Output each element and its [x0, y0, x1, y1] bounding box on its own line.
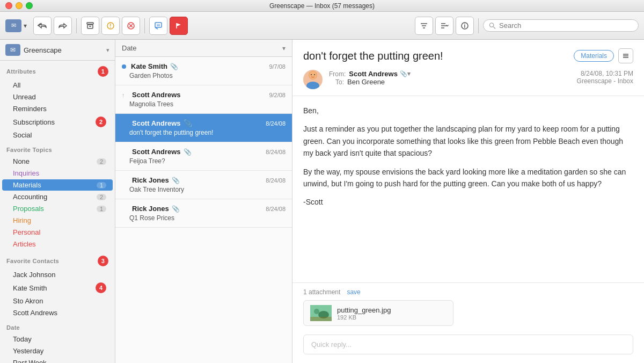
email-body: Ben, Just a reminder as you put together… [292, 96, 644, 282]
flagged-button[interactable] [170, 17, 188, 35]
sidebar-item-all-label: All [13, 81, 20, 89]
message-subject-4: Feijoa Tree? [122, 157, 286, 165]
sidebar-item-scott-andrews[interactable]: Scott Andrews [2, 307, 113, 318]
archive-icon [86, 21, 94, 30]
message-subject-5: Oak Tree Inventory [122, 186, 286, 193]
close-button[interactable] [5, 2, 12, 9]
date-label: Date [6, 324, 20, 331]
badge-container-4: 4 [96, 282, 106, 293]
reply-all-button[interactable] [33, 17, 52, 35]
sidebar-item-sto-akron[interactable]: Sto Akron [2, 295, 113, 307]
search-container [483, 19, 639, 32]
attachment-save-button[interactable]: save [347, 288, 360, 296]
svg-text:i: i [464, 23, 466, 29]
message-date-3: 8/24/08 [266, 120, 286, 127]
sidebar-item-none[interactable]: None 2 [2, 156, 113, 167]
message-item-2[interactable]: ↑ Scott Andrews 9/2/08 Magnolia Trees [115, 85, 292, 114]
delete-button[interactable] [122, 17, 140, 35]
badge-4: 4 [96, 282, 106, 293]
email-from-name: Scott Andrews 📎▾ [349, 70, 411, 78]
message-item-6-top: Rick Jones 📎 8/24/08 [122, 205, 286, 213]
app-container: ✉ ▾ ! [0, 12, 644, 363]
toolbar-separator-1 [76, 18, 77, 33]
sidebar-item-unread-label: Unread [13, 93, 36, 101]
sidebar-item-unread[interactable]: Unread [2, 91, 113, 103]
sidebar-item-subscriptions[interactable]: Subscriptions 2 [2, 115, 113, 129]
minimize-button[interactable] [16, 2, 23, 9]
svg-point-28 [311, 74, 312, 75]
account-selector-row[interactable]: ✉ Greenscape ▾ [0, 40, 115, 61]
email-to-label: To: [329, 78, 344, 86]
sidebar-item-personal[interactable]: Personal [2, 227, 113, 238]
sidebar-item-materials-label: Materials [13, 181, 41, 189]
account-icon: ✉ [5, 19, 21, 32]
paperclip-from-icon: 📎▾ [400, 70, 411, 77]
window-controls[interactable] [5, 2, 33, 9]
message-item-1-top: Kate Smith 📎 9/7/08 [122, 62, 286, 70]
sort-button[interactable] [435, 17, 453, 35]
attachment-item[interactable]: putting_green.jpg 192 KB [303, 300, 453, 326]
archive-button[interactable] [81, 17, 99, 35]
toolbar: ✉ ▾ ! [0, 12, 644, 40]
email-menu-button[interactable] [618, 48, 633, 63]
avatar-svg [305, 70, 321, 89]
info-button[interactable]: i [456, 17, 474, 35]
forward-button[interactable] [54, 17, 72, 35]
message-date-5: 8/24/08 [266, 177, 286, 184]
sidebar-item-yesterday[interactable]: Yesterday [2, 345, 113, 357]
message-sender-2: ↑ Scott Andrews [122, 91, 181, 99]
sidebar-item-hiring[interactable]: Hiring [2, 215, 113, 226]
email-to: To: Ben Greene [329, 78, 570, 86]
sidebar-item-all[interactable]: All [2, 79, 113, 91]
sidebar-item-accounting-label: Accounting [13, 193, 47, 201]
sidebar-item-articles-label: Articles [13, 240, 36, 248]
account-selector[interactable]: ✉ ▾ [5, 19, 27, 32]
message-item-5[interactable]: Rick Jones 📎 8/24/08 Oak Tree Inventory [115, 171, 292, 199]
toolbar-separator-3 [478, 18, 479, 33]
paperclip-icon-1: 📎 [170, 63, 178, 70]
search-input[interactable] [499, 21, 633, 30]
sidebar-item-yesterday-label: Yesterday [13, 347, 43, 355]
account-icon: ✉ [5, 44, 20, 56]
flag-button[interactable]: ! [101, 17, 120, 35]
sort-arrow-icon: ▾ [282, 45, 286, 52]
message-item-5-top: Rick Jones 📎 8/24/08 [122, 176, 286, 184]
sidebar-item-reminders[interactable]: Reminders [2, 103, 113, 114]
sidebar-item-jack-johnson[interactable]: Jack Johnson [2, 269, 113, 280]
sidebar-item-kate-smith[interactable]: Kate Smith 4 [2, 281, 113, 295]
message-item-6[interactable]: Rick Jones 📎 8/24/08 Q1 Rose Prices [115, 199, 292, 228]
sidebar-item-subscriptions-label: Subscriptions [13, 118, 55, 126]
message-subject-6: Q1 Rose Prices [122, 214, 286, 222]
sidebar-item-today[interactable]: Today [2, 333, 113, 345]
message-item-1[interactable]: Kate Smith 📎 9/7/08 Garden Photos [115, 57, 292, 85]
sort-label: Date [122, 44, 136, 52]
badge-container-3: 3 [98, 256, 108, 266]
message-item-4[interactable]: Scott Andrews 📎 8/24/08 Feijoa Tree? [115, 142, 292, 171]
paperclip-icon-6: 📎 [172, 205, 180, 213]
maximize-button[interactable] [26, 2, 33, 9]
sidebar-item-past-week[interactable]: Past Week [2, 357, 113, 363]
account-dropdown-icon: ▾ [106, 47, 109, 54]
message-item-2-top: ↑ Scott Andrews 9/2/08 [122, 91, 286, 99]
filter-button[interactable] [415, 17, 433, 35]
sidebar-item-inquiries[interactable]: Inquiries [2, 168, 113, 179]
favorite-topics-label: Favorite Topics [6, 147, 52, 153]
sidebar-item-articles[interactable]: Articles [2, 238, 113, 250]
message-subject-2: Magnolia Trees [122, 100, 286, 108]
message-item-3[interactable]: Scott Andrews 📎 8/24/08 don't forget the… [115, 114, 292, 142]
sidebar-item-hiring-label: Hiring [13, 216, 31, 224]
quick-reply-area[interactable]: Quick reply... [303, 335, 633, 354]
attachment-thumb-svg [310, 305, 332, 321]
sidebar-item-proposals[interactable]: Proposals 1 [2, 203, 113, 214]
sidebar-item-social[interactable]: Social [2, 129, 113, 141]
compose-button[interactable] [149, 17, 167, 35]
message-sender-5: Rick Jones 📎 [122, 176, 180, 184]
sidebar-item-today-label: Today [13, 335, 32, 343]
sidebar-item-accounting[interactable]: Accounting 2 [2, 191, 113, 202]
svg-line-21 [493, 26, 495, 28]
badge-2: 2 [96, 117, 106, 127]
sidebar-item-materials[interactable]: Materials 1 [2, 179, 113, 191]
sort-icon [440, 22, 449, 30]
flag-icon: ! [106, 21, 115, 30]
email-tag[interactable]: Materials [574, 50, 614, 62]
